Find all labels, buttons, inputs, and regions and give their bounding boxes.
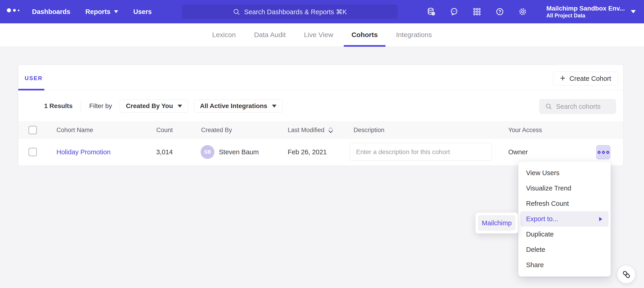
column-header-description[interactable]: Description bbox=[354, 122, 384, 138]
create-cohort-button[interactable]: + Create Cohort bbox=[553, 72, 618, 85]
global-search-placeholder: Search Dashboards & Reports ⌘K bbox=[244, 8, 347, 16]
nav-link-reports[interactable]: Reports bbox=[86, 8, 118, 16]
menu-item-share[interactable]: Share bbox=[518, 257, 611, 273]
dot-icon bbox=[602, 151, 605, 154]
created-by-cell: SB Steven Baum bbox=[201, 138, 259, 166]
filter-toolbar: 1 Results Filter by Created By You All A… bbox=[18, 90, 623, 121]
copy-link-floating-button[interactable] bbox=[617, 265, 635, 283]
tab-integrations[interactable]: Integrations bbox=[387, 23, 441, 47]
menu-item-export-to[interactable]: Export to... bbox=[520, 211, 608, 227]
chevron-down-icon bbox=[178, 105, 182, 108]
active-tab-underline bbox=[18, 89, 44, 90]
cohort-search-input[interactable] bbox=[556, 103, 610, 110]
plus-icon: + bbox=[560, 73, 565, 83]
avatar: SB bbox=[201, 145, 214, 159]
cohort-type-tabs: USER + Create Cohort bbox=[18, 65, 623, 90]
project-scope: All Project Data bbox=[546, 12, 625, 19]
cohort-count: 3,014 bbox=[137, 138, 173, 166]
global-search-input[interactable]: Search Dashboards & Reports ⌘K bbox=[182, 5, 398, 19]
top-navigation-bar: Dashboards Reports Users Search Dashboar… bbox=[0, 0, 644, 23]
row-checkbox-cell bbox=[28, 138, 37, 166]
menu-item-duplicate[interactable]: Duplicate bbox=[518, 227, 611, 242]
active-tab-underline bbox=[344, 45, 386, 47]
export-to-submenu: Mailchimp bbox=[475, 212, 518, 233]
data-management-icon[interactable] bbox=[427, 7, 436, 16]
link-icon bbox=[622, 270, 631, 279]
sort-icon bbox=[328, 126, 334, 134]
column-header-your-access[interactable]: Your Access bbox=[508, 122, 542, 138]
tab-lexicon[interactable]: Lexicon bbox=[203, 23, 245, 47]
data-management-tab-bar: Lexicon Data Audit Live View Cohorts Int… bbox=[0, 23, 644, 47]
tab-user-cohorts[interactable]: USER bbox=[25, 65, 43, 90]
row-checkbox[interactable] bbox=[28, 148, 37, 156]
column-header-cohort-name[interactable]: Cohort Name bbox=[56, 122, 93, 138]
search-icon bbox=[233, 8, 240, 16]
row-actions-context-menu: View Users Visualize Trend Refresh Count… bbox=[518, 162, 611, 276]
nav-link-users[interactable]: Users bbox=[133, 8, 152, 16]
menu-item-refresh-count[interactable]: Refresh Count bbox=[518, 196, 611, 211]
project-selector[interactable]: Mailchimp Sandbox Env... All Project Dat… bbox=[546, 5, 636, 19]
description-input[interactable] bbox=[350, 143, 492, 161]
dot-icon bbox=[606, 151, 609, 154]
last-modified-date: Feb 26, 2021 bbox=[288, 138, 327, 166]
integrations-filter-dropdown[interactable]: All Active Integrations bbox=[194, 99, 283, 113]
chevron-down-icon bbox=[631, 10, 636, 13]
feedback-icon[interactable] bbox=[450, 7, 459, 16]
table-header: Cohort Name Count Created By Last Modifi… bbox=[18, 121, 623, 138]
submenu-item-mailchimp[interactable]: Mailchimp bbox=[478, 215, 515, 231]
menu-item-view-users[interactable]: View Users bbox=[518, 165, 611, 181]
cohort-name-link[interactable]: Holiday Promotion bbox=[56, 148, 110, 156]
help-icon[interactable]: ? bbox=[495, 7, 504, 16]
results-count: 1 Results bbox=[44, 102, 73, 110]
apps-grid-icon[interactable] bbox=[472, 7, 482, 16]
svg-text:?: ? bbox=[498, 9, 501, 14]
column-header-count[interactable]: Count bbox=[137, 122, 173, 138]
column-header-created-by[interactable]: Created By bbox=[201, 122, 232, 138]
nav-link-dashboards[interactable]: Dashboards bbox=[32, 8, 70, 16]
cohort-search-field bbox=[539, 99, 616, 114]
chevron-down-icon bbox=[272, 105, 276, 108]
created-by-filter-dropdown[interactable]: Created By You bbox=[120, 99, 188, 113]
select-all-checkbox-cell bbox=[28, 122, 37, 138]
cohorts-panel: USER + Create Cohort 1 Results Filter by… bbox=[18, 65, 624, 166]
tab-live-view[interactable]: Live View bbox=[295, 23, 342, 47]
settings-gear-icon[interactable] bbox=[518, 7, 527, 16]
tab-data-audit[interactable]: Data Audit bbox=[245, 23, 295, 47]
search-icon bbox=[545, 103, 552, 110]
divider bbox=[81, 101, 81, 111]
primary-nav-links: Dashboards Reports Users bbox=[32, 0, 152, 23]
dot-icon bbox=[598, 151, 600, 154]
creator-name: Steven Baum bbox=[219, 148, 259, 156]
tab-cohorts[interactable]: Cohorts bbox=[342, 23, 387, 47]
select-all-checkbox[interactable] bbox=[28, 126, 37, 134]
mixpanel-logo-icon[interactable] bbox=[7, 8, 20, 12]
menu-item-delete[interactable]: Delete bbox=[518, 242, 611, 257]
top-nav-right-cluster: ? Mailchimp Sandbox Env... All Project D… bbox=[427, 0, 636, 23]
column-header-last-modified[interactable]: Last Modified bbox=[288, 122, 334, 138]
menu-item-visualize-trend[interactable]: Visualize Trend bbox=[518, 181, 611, 196]
submenu-arrow-icon bbox=[599, 217, 602, 221]
project-name: Mailchimp Sandbox Env... bbox=[546, 5, 625, 12]
row-more-actions-button[interactable] bbox=[596, 145, 610, 159]
filter-by-label: Filter by bbox=[89, 102, 112, 110]
chevron-down-icon bbox=[114, 10, 118, 13]
